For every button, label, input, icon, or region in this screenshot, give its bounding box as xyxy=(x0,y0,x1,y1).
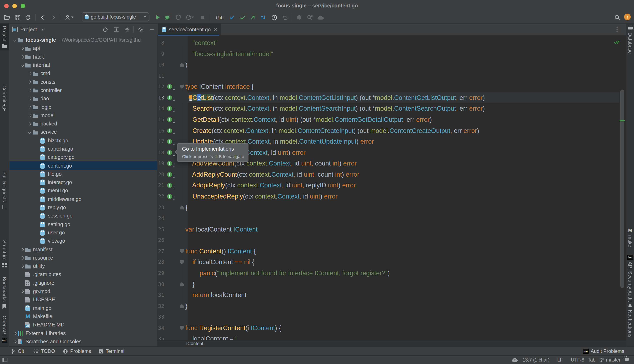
chevron-right-icon[interactable] xyxy=(27,89,32,92)
collapse-all-button[interactable] xyxy=(124,26,130,33)
profiler-button[interactable] xyxy=(184,14,195,21)
tree-item-manifest[interactable]: manifest xyxy=(10,245,157,254)
implemented-interface-gutter-icon[interactable] xyxy=(167,84,172,89)
chevron-right-icon[interactable] xyxy=(27,114,32,117)
sidebar-item-api-security-audit[interactable]: API Security Audit xyxy=(626,255,634,302)
sidebar-item-pull-requests[interactable]: Pull Requests xyxy=(0,171,9,210)
chevron-right-icon[interactable] xyxy=(20,56,25,58)
chevron-right-icon[interactable] xyxy=(27,122,32,125)
sidebar-item-bookmarks[interactable]: Bookmarks xyxy=(0,277,9,309)
sidebar-item-structure[interactable]: Structure xyxy=(0,240,9,268)
implemented-interface-gutter-icon[interactable] xyxy=(167,128,172,133)
cloud-status[interactable]: ? xyxy=(512,357,518,362)
sidebar-item-commit[interactable]: Commit xyxy=(0,86,9,110)
implemented-interface-gutter-icon[interactable] xyxy=(167,95,172,100)
tree-item-category-go[interactable]: category.go xyxy=(10,153,157,162)
tab-list-more-icon[interactable] xyxy=(614,26,620,32)
chevron-down-icon[interactable] xyxy=(12,39,18,41)
tree-item-focus-single[interactable]: focus-single~/Workspace/Go/GOPATH/src/gi… xyxy=(10,36,157,44)
expand-all-button[interactable] xyxy=(113,26,120,33)
hide-panel-button[interactable] xyxy=(148,26,155,33)
toolwindow-git[interactable]: Git xyxy=(11,348,24,354)
implementation-arrow-icon[interactable] xyxy=(172,116,176,126)
tree-item-dao[interactable]: dao xyxy=(10,94,157,103)
editor-scrollbar[interactable] xyxy=(620,90,624,288)
tree-item-view-go[interactable]: view.go xyxy=(10,237,157,245)
git-branch[interactable]: master xyxy=(600,357,620,362)
tree-item-utility[interactable]: utility xyxy=(10,262,157,270)
implementation-arrow-icon[interactable] xyxy=(172,138,176,148)
implemented-interface-gutter-icon[interactable] xyxy=(167,183,172,188)
implemented-interface-gutter-icon[interactable] xyxy=(167,139,172,144)
chevron-right-icon[interactable] xyxy=(20,257,25,259)
implemented-interface-gutter-icon[interactable] xyxy=(167,172,172,177)
implementation-arrow-icon[interactable] xyxy=(172,148,176,159)
tree-item-menu-go[interactable]: menu.go xyxy=(10,187,157,195)
chevron-right-icon[interactable] xyxy=(12,340,18,343)
fold-marker-icon[interactable] xyxy=(180,205,184,210)
git-commit-button[interactable] xyxy=(238,14,246,21)
tree-item-scratches-and-consoles[interactable]: Scratches and Consoles xyxy=(10,338,157,346)
open-folder-button[interactable] xyxy=(3,14,11,21)
run-button[interactable] xyxy=(154,14,162,21)
caret-position[interactable]: 13:7 (1 char) xyxy=(522,357,550,362)
user-profile-button[interactable] xyxy=(64,14,74,21)
search-everywhere-button[interactable] xyxy=(613,14,621,21)
forward-button[interactable] xyxy=(50,14,57,21)
implementation-arrow-icon[interactable] xyxy=(172,160,176,170)
implementation-arrow-icon[interactable] xyxy=(172,104,176,116)
implementation-arrow-icon[interactable] xyxy=(172,182,176,192)
find-usages-button[interactable] xyxy=(306,14,313,21)
implementation-arrow-icon[interactable] xyxy=(172,83,176,94)
stop-button[interactable] xyxy=(199,14,206,21)
tree-item-user-go[interactable]: user.go xyxy=(10,229,157,237)
tree-item-readme-md[interactable]: README.MD xyxy=(10,321,157,329)
tree-item-consts[interactable]: consts xyxy=(10,78,157,86)
tree-item-license[interactable]: LICENSE xyxy=(10,296,157,304)
fold-marker-icon[interactable] xyxy=(180,282,184,286)
tool-windows-toggle[interactable] xyxy=(2,358,8,362)
tab-service-content-go[interactable]: service/content.go ✕ xyxy=(158,24,221,36)
toolwindow-todo[interactable]: TODO xyxy=(34,348,55,354)
tree-item-service[interactable]: service xyxy=(10,128,157,136)
code-editor[interactable]: 8 "context"9 "focus-single/internal/mode… xyxy=(157,36,626,340)
implemented-interface-gutter-icon[interactable] xyxy=(167,150,172,155)
implemented-interface-gutter-icon[interactable] xyxy=(167,106,172,111)
chevron-down-icon[interactable] xyxy=(20,64,25,66)
sidebar-item-project[interactable]: Project xyxy=(0,24,9,50)
save-all-button[interactable] xyxy=(14,14,21,21)
tree-item--gitignore[interactable]: .gitignore xyxy=(10,279,157,287)
tree-item-session-go[interactable]: session.go xyxy=(10,212,157,220)
tree-item-captcha-go[interactable]: captcha.go xyxy=(10,145,157,153)
fold-marker-icon[interactable] xyxy=(180,63,184,67)
history-button[interactable] xyxy=(270,14,278,21)
tree-item-packed[interactable]: packed xyxy=(10,120,157,128)
tree-item-makefile[interactable]: Makefile xyxy=(10,312,157,321)
tree-item-bizctx-go[interactable]: bizctx.go xyxy=(10,136,157,145)
ide-update-badge[interactable]: ↑ xyxy=(624,14,631,20)
fold-marker-icon[interactable] xyxy=(180,85,184,89)
tree-item-controller[interactable]: controller xyxy=(10,86,157,95)
change-marker[interactable] xyxy=(620,120,625,121)
chevron-right-icon[interactable] xyxy=(27,106,32,108)
debug-button[interactable] xyxy=(164,14,171,21)
git-update-button[interactable] xyxy=(228,14,236,21)
tree-item-middleware-go[interactable]: middleware.go xyxy=(10,195,157,204)
implementation-arrow-icon[interactable] xyxy=(172,192,176,203)
tree-item-cmd[interactable]: cmd xyxy=(10,69,157,78)
chevron-right-icon[interactable] xyxy=(20,47,25,50)
tree-item-external-libraries[interactable]: External Libraries xyxy=(10,329,157,338)
tree-item-resource[interactable]: resource xyxy=(10,254,157,262)
chevron-right-icon[interactable] xyxy=(27,72,32,75)
chevron-right-icon[interactable] xyxy=(27,98,32,100)
breadcrumb-item[interactable]: IContent xyxy=(186,341,203,346)
sidebar-item-make[interactable]: make xyxy=(626,228,634,248)
toolwindow-audit-problems[interactable]: Audit Problems xyxy=(583,348,624,354)
tree-item-internal[interactable]: internal xyxy=(10,61,157,70)
git-push-button[interactable] xyxy=(249,14,256,21)
tree-item-hack[interactable]: hack xyxy=(10,52,157,61)
sync-button[interactable] xyxy=(24,14,31,21)
inspections-ok-icon[interactable] xyxy=(614,39,620,46)
project-panel-title[interactable]: Project xyxy=(20,26,37,32)
implementation-arrow-icon[interactable] xyxy=(172,126,176,138)
